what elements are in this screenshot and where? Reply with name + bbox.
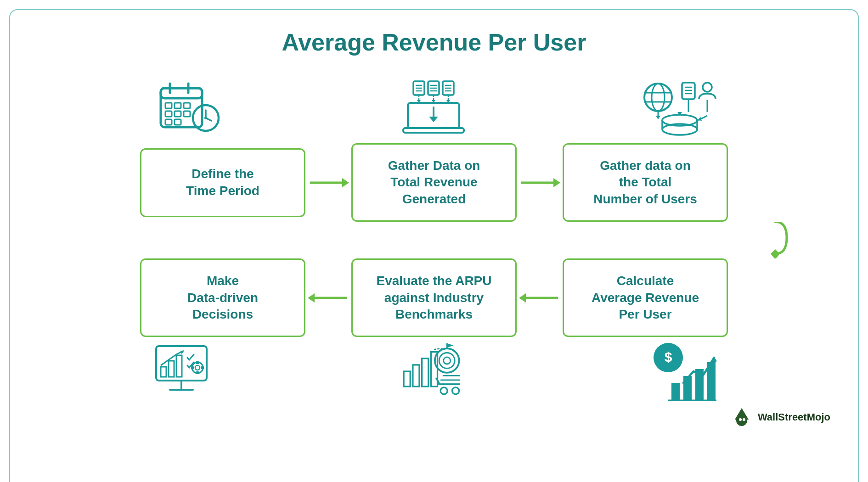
box-gather-users-label: Gather data on the Total Number of Users <box>593 157 697 207</box>
globe-database-icon-cell <box>558 79 801 139</box>
arrow-5-to-4 <box>305 289 351 307</box>
calendar-clock-icon-cell <box>67 79 310 139</box>
arrow-6-to-5 <box>517 289 563 307</box>
svg-rect-1 <box>161 88 202 98</box>
svg-marker-66 <box>308 293 315 303</box>
svg-marker-62 <box>553 178 560 187</box>
box-gather-users: Gather data on the Total Number of Users <box>563 143 728 222</box>
svg-rect-5 <box>175 103 181 108</box>
arrow-1-to-2 <box>305 174 351 192</box>
svg-rect-4 <box>165 103 172 108</box>
box-gather-revenue: Gather Data on Total Revenue Generated <box>351 143 517 222</box>
wallstreetmojo-mascot-icon <box>730 406 753 429</box>
box-row-2: Make Data-driven Decisions Evaluate the … <box>38 258 830 337</box>
svg-rect-104 <box>707 362 716 400</box>
svg-rect-11 <box>175 119 181 125</box>
svg-rect-79 <box>201 366 204 369</box>
svg-marker-36 <box>429 117 438 122</box>
analytics-target-icon <box>397 342 471 401</box>
svg-marker-107 <box>735 408 749 420</box>
svg-point-93 <box>440 387 447 394</box>
main-title: Average Revenue Per User <box>282 28 586 56</box>
bottom-icon-row: $ <box>38 342 830 401</box>
analytics-target-icon-cell <box>312 342 556 401</box>
box-row-1: Define the Time Period Gather Data on To… <box>38 143 830 222</box>
svg-point-109 <box>743 418 745 421</box>
monitor-chart-icon-cell <box>67 342 310 401</box>
svg-point-108 <box>739 418 742 421</box>
calendar-clock-icon <box>156 79 220 139</box>
svg-text:$: $ <box>665 349 672 364</box>
svg-point-87 <box>439 353 455 369</box>
revenue-chart-icon-cell: $ <box>558 342 801 401</box>
svg-rect-72 <box>176 355 182 377</box>
monitor-chart-icon <box>152 342 225 401</box>
svg-marker-68 <box>519 293 526 303</box>
revenue-chart-icon: $ <box>643 342 716 401</box>
svg-rect-82 <box>404 371 410 387</box>
svg-rect-9 <box>184 111 190 117</box>
diagram-container: Average Revenue Per User <box>9 9 859 482</box>
box-evaluate-arpu-label: Evaluate the ARPU against Industry Bench… <box>376 273 491 323</box>
svg-rect-7 <box>165 111 172 117</box>
svg-rect-10 <box>165 119 172 125</box>
globe-database-icon <box>641 79 719 139</box>
svg-rect-8 <box>175 111 181 117</box>
svg-rect-53 <box>662 120 697 133</box>
box-define-time-label: Define the Time Period <box>186 166 259 199</box>
box-data-decisions: Make Data-driven Decisions <box>140 258 305 337</box>
svg-rect-84 <box>422 359 428 387</box>
svg-rect-102 <box>683 376 692 400</box>
svg-point-75 <box>195 365 200 370</box>
svg-point-39 <box>652 84 665 111</box>
svg-marker-60 <box>342 178 349 187</box>
box-calculate-arpu: Calculate Average Revenue Per User <box>563 258 728 337</box>
svg-marker-48 <box>656 116 660 119</box>
box-calculate-arpu-label: Calculate Average Revenue Per User <box>592 273 699 323</box>
laptop-data-icon-cell <box>312 79 556 139</box>
svg-rect-37 <box>403 128 464 133</box>
top-icon-row <box>38 79 830 139</box>
svg-rect-70 <box>161 367 166 377</box>
svg-point-38 <box>644 84 672 111</box>
svg-rect-78 <box>191 366 194 369</box>
svg-marker-90 <box>447 343 453 347</box>
box-data-decisions-label: Make Data-driven Decisions <box>187 273 258 323</box>
svg-point-94 <box>452 387 459 394</box>
curved-connector <box>38 222 830 258</box>
arrow-2-to-3 <box>517 174 563 192</box>
svg-rect-103 <box>695 369 704 400</box>
svg-marker-64 <box>771 249 780 254</box>
svg-rect-6 <box>184 103 190 108</box>
box-evaluate-arpu: Evaluate the ARPU against Industry Bench… <box>351 258 517 337</box>
svg-point-88 <box>444 357 451 364</box>
branding: WallStreetMojo <box>38 406 830 429</box>
svg-point-46 <box>703 83 712 92</box>
svg-rect-101 <box>671 383 680 400</box>
svg-rect-76 <box>196 361 199 364</box>
box-define-time: Define the Time Period <box>140 148 305 217</box>
laptop-data-icon <box>400 79 468 139</box>
box-gather-revenue-label: Gather Data on Total Revenue Generated <box>388 157 480 207</box>
svg-rect-77 <box>196 371 199 374</box>
svg-rect-85 <box>431 352 437 387</box>
svg-line-15 <box>206 118 211 121</box>
brand-name: WallStreetMojo <box>758 411 830 423</box>
svg-rect-83 <box>413 365 419 387</box>
svg-marker-63 <box>771 254 780 258</box>
svg-point-86 <box>435 348 459 373</box>
svg-rect-71 <box>169 361 174 377</box>
